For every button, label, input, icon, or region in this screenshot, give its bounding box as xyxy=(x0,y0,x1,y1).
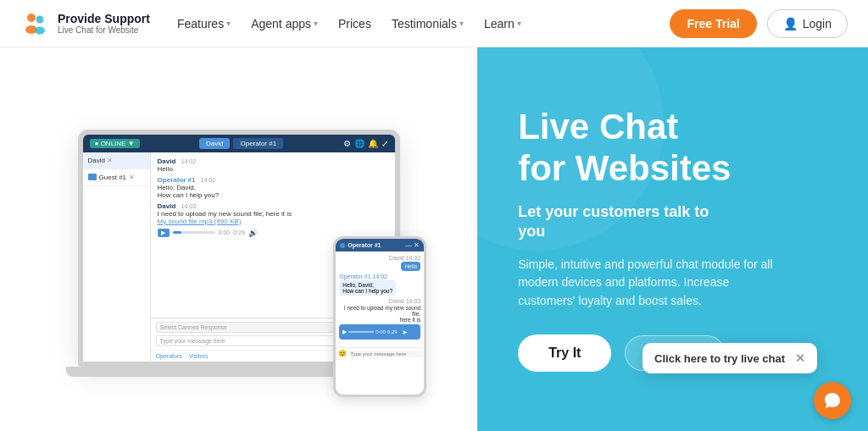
header: Provide Support Live Chat for Website Fe… xyxy=(0,0,868,47)
logo-brand: Provide Support xyxy=(58,12,150,25)
logo-text: Provide Support Live Chat for Website xyxy=(58,12,150,35)
logo-sub: Live Chat for Website xyxy=(58,25,150,35)
tooltip-text: Click here to try live chat xyxy=(654,352,785,365)
nav-features[interactable]: Features ▾ xyxy=(177,17,231,30)
free-trial-button[interactable]: Free Trial xyxy=(670,9,756,38)
mobile-close-button[interactable]: — ✕ xyxy=(405,241,420,249)
login-icon: 👤 xyxy=(783,17,798,30)
svg-point-0 xyxy=(27,14,36,22)
message-2: Operator #1 14:02 Hello, David,How can I… xyxy=(158,176,388,199)
nav-testimonials[interactable]: Testimonials ▾ xyxy=(392,17,464,30)
login-button[interactable]: 👤 Login xyxy=(767,9,848,38)
operators-tab[interactable]: Operators xyxy=(156,353,182,359)
mobile-send-btn[interactable]: ➤ xyxy=(399,326,411,338)
hero-subtitle: Let your customers talk toyou xyxy=(518,202,827,242)
audio-player: ▶ 0:00 0:29 🔊 xyxy=(158,229,388,237)
expand-icon: ⤢ xyxy=(381,139,388,148)
message-3: David 14:03 I need to upload my new soun… xyxy=(158,202,388,225)
nav-learn[interactable]: Learn ▾ xyxy=(484,17,521,30)
try-it-button[interactable]: Try It xyxy=(518,334,611,372)
chat-tooltip: Click here to try live chat ✕ xyxy=(643,343,817,373)
mobile-audio-player: ▶ 0:00 0:29 ➤ xyxy=(339,324,420,340)
agent-apps-chevron: ▾ xyxy=(314,19,318,28)
mobile-msg-1: David 14:02 Hello xyxy=(339,255,420,271)
header-actions: Free Trial 👤 Login xyxy=(670,9,848,38)
chat-icon-bar: ⚙ 🌐 🔔 ⤢ xyxy=(343,139,388,148)
hero-description: Simple, intuitive and powerful chat modu… xyxy=(518,256,827,311)
tooltip-close-button[interactable]: ✕ xyxy=(795,351,805,365)
mobile-attach-icon: 📎 xyxy=(425,350,426,357)
sidebar-david[interactable]: David ✕ xyxy=(83,152,150,169)
features-chevron: ▾ xyxy=(226,19,231,28)
mobile-status-dot xyxy=(340,243,345,248)
mobile-msg-2: Operator #1 14:02 Hello, David,How can I… xyxy=(339,274,420,296)
mobile-msg-3: David 14:03 I need to upload my new soun… xyxy=(339,298,420,340)
chat-topbar: ● ONLINE ▼ David Operator #1 ⚙ 🌐 🔔 ⤢ xyxy=(83,135,395,152)
chat-tab-operator[interactable]: Operator #1 xyxy=(233,138,283,149)
volume-icon: 🔊 xyxy=(248,229,258,237)
right-section: Live Chatfor Websites Let your customers… xyxy=(477,47,868,431)
settings-icon: ⚙ xyxy=(343,139,351,148)
chat-tabs: David Operator #1 xyxy=(199,138,283,149)
chat-sidebar: David ✕ Guest #1 ✕ xyxy=(83,152,151,362)
online-badge: ● ONLINE ▼ xyxy=(90,139,140,148)
main-content: ● ONLINE ▼ David Operator #1 ⚙ 🌐 🔔 ⤢ xyxy=(0,47,868,431)
logo-icon xyxy=(20,8,51,39)
mobile-message-input[interactable] xyxy=(348,351,423,357)
mobile-input-row: 😊 📎 🎙 xyxy=(336,347,424,359)
svg-point-2 xyxy=(36,15,44,23)
globe-icon: 🌐 xyxy=(354,139,364,148)
play-button[interactable]: ▶ xyxy=(158,229,170,237)
chat-tab-david[interactable]: David xyxy=(199,138,230,149)
chat-bubble-button[interactable] xyxy=(814,382,851,419)
mobile-topbar: Operator #1 — ✕ xyxy=(336,239,424,251)
message-icon xyxy=(88,174,97,180)
mobile-mockup: Operator #1 — ✕ David 14:02 Hello Operat… xyxy=(333,236,426,397)
chat-bubble-icon xyxy=(823,391,842,410)
bell-icon: 🔔 xyxy=(368,139,378,148)
message-1: David 14:02 Hello xyxy=(158,157,388,173)
nav-agent-apps[interactable]: Agent apps ▾ xyxy=(251,17,318,30)
svg-point-3 xyxy=(35,26,45,34)
file-link[interactable]: My sound file.mp3 (690 KB) xyxy=(158,218,242,225)
nav-prices[interactable]: Prices xyxy=(338,17,371,30)
main-nav: Features ▾ Agent apps ▾ Prices Testimoni… xyxy=(177,17,670,30)
mobile-body: David 14:02 Hello Operator #1 14:02 Hell… xyxy=(336,251,424,345)
left-section: ● ONLINE ▼ David Operator #1 ⚙ 🌐 🔔 ⤢ xyxy=(0,47,477,431)
visitors-tab[interactable]: Visitors xyxy=(189,353,209,359)
mobile-emoji-icon: 😊 xyxy=(338,350,347,357)
logo-area[interactable]: Provide Support Live Chat for Website xyxy=(20,8,150,39)
hero-title: Live Chatfor Websites xyxy=(518,107,827,189)
testimonials-chevron: ▾ xyxy=(459,19,464,28)
learn-chevron: ▾ xyxy=(517,19,521,28)
mobile-play-icon[interactable]: ▶ xyxy=(342,329,347,335)
sidebar-guest[interactable]: Guest #1 ✕ xyxy=(83,169,150,186)
